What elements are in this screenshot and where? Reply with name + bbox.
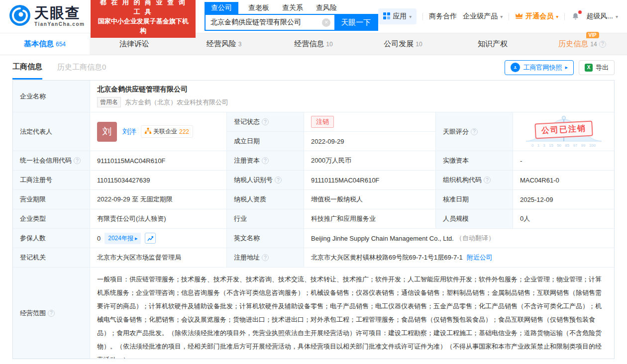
nav-open-vip[interactable]: 开通会员 ▾ <box>515 12 558 21</box>
label-text: 工商注册号 <box>20 176 52 184</box>
official-snapshot-button[interactable]: 工商官网快照 ▸ <box>505 60 574 75</box>
field-value-taxpayer-id: 91110115MAC04R610F <box>304 171 436 190</box>
registered-address: 北京市大兴区黄村镇林校路69号院69-7-1号1层69-7-1 <box>311 253 463 262</box>
help-icon[interactable]: ? <box>484 177 491 183</box>
field-label-legal-representative: 法定代表人 <box>13 112 90 151</box>
field-value-business-scope: 一般项目：供应链管理服务；技术服务、技术开发、技术咨询、技术交流、技术转让、技术… <box>90 268 614 359</box>
help-icon[interactable]: ? <box>471 128 478 135</box>
search-tab-boss[interactable]: 查老板 <box>248 3 269 12</box>
field-value-approval-date: 2025-12-09 <box>513 190 614 209</box>
field-label-org-code: 组织机构代码 ? <box>436 171 513 190</box>
notifications-bell-icon[interactable] <box>571 12 580 21</box>
search-button[interactable]: 天眼一下 <box>334 15 377 30</box>
field-value-business-term: 2022-09-29 至 无固定期限 <box>90 190 227 209</box>
chevron-down-icon: ▾ <box>500 14 503 19</box>
tab-company-development[interactable]: 公司发展 10 <box>358 33 448 55</box>
label-text: 实缴资本 <box>443 156 469 165</box>
value-text: 2022-09-29 至 无固定期限 <box>97 195 173 204</box>
field-value-uscc: 91110115MAC04R610F <box>90 151 227 171</box>
field-label-company-name: 企业名称 <box>13 81 90 112</box>
org-chart-icon <box>145 128 151 136</box>
related-companies-badge[interactable]: 关联企业 222 <box>141 125 193 138</box>
field-value-registration-number: 110115034427639 <box>90 171 227 190</box>
search-tab-relation[interactable]: 查关系 <box>282 3 303 12</box>
field-label-business-term: 营业期限 <box>13 190 90 209</box>
tab-operating-risk[interactable]: 经营风险 3 <box>179 33 269 55</box>
search-tab-company[interactable]: 查公司 <box>205 2 238 14</box>
value-text: 2025-12-09 <box>520 196 553 203</box>
slogan-line2: 国家中小企业发展子基金旗下机构 <box>95 16 191 35</box>
annual-report-badge[interactable]: 2024年报 ▸ <box>104 233 141 244</box>
value-text: 增值税一般纳税人 <box>311 195 363 204</box>
nav-divider <box>422 13 423 20</box>
tab-intellectual-property[interactable]: 知识产权 <box>448 33 537 55</box>
avatar[interactable]: 刘 <box>97 122 117 142</box>
field-label-uscc: 统一社会信用代码 ? <box>13 151 90 171</box>
label-text: 统一社会信用代码 <box>20 156 72 165</box>
nav-apps[interactable]: 应用 ▾ <box>378 8 417 24</box>
tab-label: 基本信息 <box>24 39 54 49</box>
tab-history-info[interactable]: VIP 历史信息 14 ? <box>537 33 627 55</box>
english-name: Beijing Jinhe Supply Chain Management Co… <box>311 235 454 242</box>
nav-super-risk[interactable]: 超级风... ▾ <box>586 12 618 21</box>
value-text: 110115034427639 <box>97 177 150 184</box>
arrow-right-icon: ▸ <box>565 64 568 71</box>
label-text: 登记机关 <box>20 253 46 262</box>
nav-apps-label: 应用 <box>393 12 407 21</box>
subtab-business-info[interactable]: 工商信息 <box>12 55 42 80</box>
field-label-insured-count: 参保人数 <box>13 229 90 248</box>
trend-chart-icon[interactable] <box>145 233 156 244</box>
label-text: 人员规模 <box>443 214 469 223</box>
help-icon[interactable]: ? <box>262 254 269 261</box>
tab-label: 知识产权 <box>478 39 508 49</box>
help-icon[interactable]: ? <box>262 118 269 125</box>
field-label-registration-status: 登记状态 ? <box>227 112 304 132</box>
auto-translate-note: （自动翻译） <box>456 234 495 243</box>
field-label-staff-size: 人员规模 <box>436 209 513 229</box>
field-value-staff-size: 0人 <box>513 209 614 229</box>
field-value-registered-address: 北京市大兴区黄村镇林校路69号院69-7-1号1层69-7-1 附近公司 <box>304 248 614 268</box>
search-input[interactable] <box>206 15 322 30</box>
field-label-registration-authority: 登记机关 <box>13 248 90 268</box>
field-value-company-name: 北京金鹤供应链管理有限公司 曾用名 东方金鹤（北京）农业科技有限公司 <box>90 81 614 112</box>
value-text: - <box>520 157 522 165</box>
nearby-companies-link[interactable]: 附近公司 <box>467 253 493 262</box>
label-text: 组织机构代码 <box>443 176 482 184</box>
insured-count: 0 <box>97 235 101 242</box>
export-button[interactable]: X 导出 <box>579 60 615 75</box>
tab-operating-info[interactable]: 经营信息 10 <box>269 33 358 55</box>
tab-legal-proceedings[interactable]: 法律诉讼 <box>90 33 179 55</box>
crown-icon <box>515 12 523 20</box>
nav-divider <box>509 13 509 20</box>
help-icon[interactable]: ? <box>74 157 81 164</box>
field-value-industry: 科技推广和应用服务业 <box>304 209 436 229</box>
field-label-approval-date: 核准日期 <box>436 190 513 209</box>
nav-enterprise-products[interactable]: 企业级产品 ▾ <box>463 12 503 21</box>
tab-basic-info[interactable]: 基本信息 654 <box>0 33 90 55</box>
chevron-down-icon: ▾ <box>616 14 618 19</box>
value-text: 2022-09-29 <box>311 138 344 145</box>
help-icon[interactable]: ? <box>275 177 282 183</box>
subtab-history-business-info[interactable]: 历史工商信息0 <box>57 55 106 80</box>
tab-label: 经营信息 <box>294 39 324 49</box>
tianyancha-logo[interactable]: 天眼查 TianYanCha.com <box>9 4 85 28</box>
field-value-tianyan-score: 0 1 3 15 50 85 97 99 100 公司已注销 <box>513 112 614 151</box>
legal-representative-link[interactable]: 刘洋 <box>122 127 136 136</box>
search-tab-risk[interactable]: 查风险 <box>316 3 337 12</box>
nav-business-cooperation[interactable]: 商务合作 <box>429 12 457 21</box>
help-icon[interactable]: ? <box>262 157 269 164</box>
label-text: 法定代表人 <box>20 127 52 136</box>
field-value-legal-representative: 刘 刘洋 关联企业 222 <box>90 112 227 151</box>
clear-search-icon[interactable]: × <box>322 18 330 27</box>
help-icon[interactable]: ? <box>48 310 55 317</box>
business-info-table: 企业名称 北京金鹤供应链管理有限公司 曾用名 东方金鹤（北京）农业科技有限公司 … <box>12 80 615 359</box>
top-nav: 应用 ▾ 商务合作 企业级产品 ▾ 开通会员 ▾ 超级风... ▾ <box>378 8 618 24</box>
value-text: 91110115MAC04R610F <box>97 157 165 165</box>
company-name: 北京金鹤供应链管理有限公司 <box>97 85 188 94</box>
help-icon[interactable]: ? <box>599 41 606 48</box>
tab-count: 10 <box>326 41 332 48</box>
tab-count: 654 <box>56 41 66 48</box>
label-text: 注册地址 <box>234 253 260 262</box>
field-label-english-name: 英文名称 <box>227 229 304 248</box>
logo-eye-icon <box>9 4 31 28</box>
